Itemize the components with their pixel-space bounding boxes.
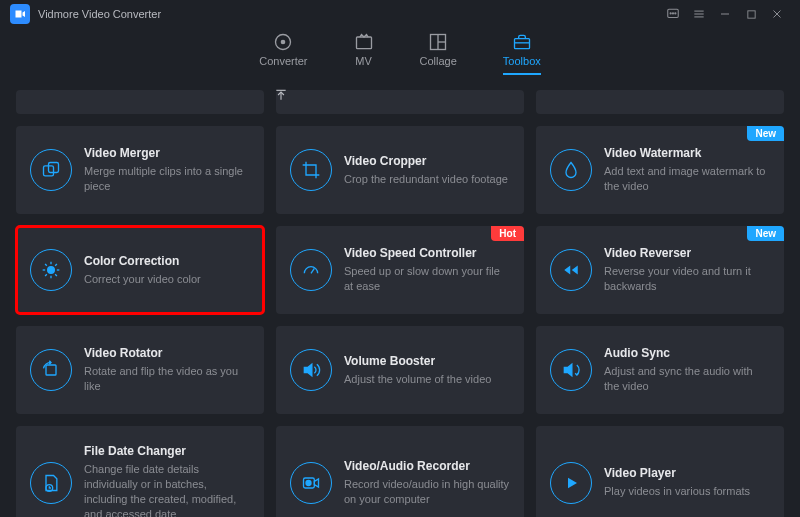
close-button[interactable] xyxy=(764,4,790,24)
play-icon xyxy=(550,462,592,504)
new-badge: New xyxy=(747,126,784,141)
card-desc: Speed up or slow down your file at ease xyxy=(344,264,510,294)
svg-line-29 xyxy=(55,274,57,276)
card-desc: Play videos in various formats xyxy=(604,484,770,499)
converter-icon xyxy=(273,32,293,52)
svg-point-23 xyxy=(48,267,55,274)
card-title: File Date Changer xyxy=(84,444,250,458)
card-desc: Merge multiple clips into a single piece xyxy=(84,164,250,194)
card-title: Video Watermark xyxy=(604,146,770,160)
toolbox-grid-scroll[interactable]: Video Merger Merge multiple clips into a… xyxy=(0,80,800,517)
svg-line-30 xyxy=(45,274,47,276)
card-desc: Change file date details individually or… xyxy=(84,462,250,517)
svg-point-36 xyxy=(306,480,311,485)
card-audio-sync[interactable]: Audio Sync Adjust and sync the audio wit… xyxy=(536,326,784,414)
svg-rect-17 xyxy=(514,39,529,49)
card-title: Video Merger xyxy=(84,146,250,160)
svg-line-32 xyxy=(311,268,314,273)
new-badge: New xyxy=(747,226,784,241)
card-title: Video Reverser xyxy=(604,246,770,260)
app-logo xyxy=(10,4,30,24)
card-title: Video/Audio Recorder xyxy=(344,459,510,473)
rotate-icon xyxy=(30,349,72,391)
app-title: Vidmore Video Converter xyxy=(38,8,161,20)
card-title: Audio Sync xyxy=(604,346,770,360)
toolbox-icon xyxy=(512,32,532,52)
volume-icon xyxy=(290,349,332,391)
card-video-rotator[interactable]: Video Rotator Rotate and flip the video … xyxy=(16,326,264,414)
recorder-icon xyxy=(290,462,332,504)
card-desc: Adjust and sync the audio with the video xyxy=(604,364,770,394)
svg-line-28 xyxy=(45,264,47,266)
card-color-correction[interactable]: Color Correction Correct your video colo… xyxy=(16,226,264,314)
partial-row xyxy=(16,90,784,114)
tab-collage[interactable]: Collage xyxy=(420,32,457,73)
title-bar: Vidmore Video Converter xyxy=(0,0,800,28)
file-date-icon xyxy=(30,462,72,504)
card-partial-3[interactable] xyxy=(536,90,784,114)
card-video-cropper[interactable]: Video Cropper Crop the redundant video f… xyxy=(276,126,524,214)
crop-icon xyxy=(290,149,332,191)
rewind-icon xyxy=(550,249,592,291)
card-desc: Reverse your video and turn it backwards xyxy=(604,264,770,294)
maximize-button[interactable] xyxy=(738,4,764,24)
svg-rect-8 xyxy=(747,10,754,17)
svg-point-2 xyxy=(672,13,673,14)
card-desc: Correct your video color xyxy=(84,272,250,287)
merge-icon xyxy=(30,149,72,191)
card-title: Video Cropper xyxy=(344,154,510,168)
card-file-date-changer[interactable]: File Date Changer Change file date detai… xyxy=(16,426,264,517)
card-partial-2[interactable] xyxy=(276,90,524,114)
card-desc: Adjust the volume of the video xyxy=(344,372,510,387)
tab-mv[interactable]: MV xyxy=(354,32,374,73)
card-title: Color Correction xyxy=(84,254,250,268)
svg-point-1 xyxy=(670,13,671,14)
scroll-top-icon[interactable] xyxy=(274,88,288,102)
card-title: Video Player xyxy=(604,466,770,480)
brightness-icon xyxy=(30,249,72,291)
card-video-speed[interactable]: Hot Video Speed Controller Speed up or s… xyxy=(276,226,524,314)
tab-toolbox[interactable]: Toolbox xyxy=(503,32,541,75)
speedometer-icon xyxy=(290,249,332,291)
hot-badge: Hot xyxy=(491,226,524,241)
card-title: Video Speed Controller xyxy=(344,246,510,260)
card-video-player[interactable]: Video Player Play videos in various form… xyxy=(536,426,784,517)
sync-icon xyxy=(550,349,592,391)
card-video-watermark[interactable]: New Video Watermark Add text and image w… xyxy=(536,126,784,214)
card-partial-1[interactable] xyxy=(16,90,264,114)
card-title: Volume Booster xyxy=(344,354,510,368)
svg-point-12 xyxy=(282,40,285,43)
mv-icon xyxy=(354,32,374,52)
watermark-icon xyxy=(550,149,592,191)
card-desc: Rotate and flip the video as you like xyxy=(84,364,250,394)
svg-point-3 xyxy=(675,13,676,14)
tab-converter[interactable]: Converter xyxy=(259,32,307,73)
card-video-audio-recorder[interactable]: Video/Audio Recorder Record video/audio … xyxy=(276,426,524,517)
main-tabs: Converter MV Collage Toolbox xyxy=(0,28,800,80)
svg-rect-13 xyxy=(356,37,371,49)
card-desc: Record video/audio in high quality on yo… xyxy=(344,477,510,507)
card-video-merger[interactable]: Video Merger Merge multiple clips into a… xyxy=(16,126,264,214)
card-video-reverser[interactable]: New Video Reverser Reverse your video an… xyxy=(536,226,784,314)
svg-line-31 xyxy=(55,264,57,266)
menu-icon[interactable] xyxy=(686,4,712,24)
minimize-button[interactable] xyxy=(712,4,738,24)
feedback-icon[interactable] xyxy=(660,4,686,24)
collage-icon xyxy=(428,32,448,52)
card-desc: Add text and image watermark to the vide… xyxy=(604,164,770,194)
card-volume-booster[interactable]: Volume Booster Adjust the volume of the … xyxy=(276,326,524,414)
card-desc: Crop the redundant video footage xyxy=(344,172,510,187)
svg-rect-33 xyxy=(46,365,56,375)
card-title: Video Rotator xyxy=(84,346,250,360)
